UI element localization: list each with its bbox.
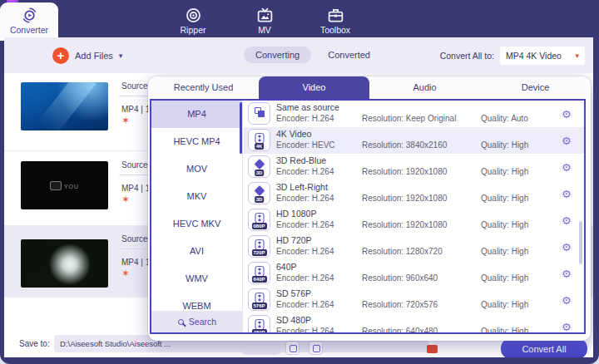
main-area: SourceMP4 | 1✶YOUSourceMP4 | 1✶SourceMP4…: [4, 73, 593, 357]
red-badge-icon: [427, 345, 438, 353]
popup-tabs: Recently UsedVideoAudioDevice: [148, 76, 591, 99]
preset-title: SD 576P: [276, 288, 311, 298]
hidden-toolbar-pill: [240, 342, 282, 355]
nav-tab-converter[interactable]: Converter: [0, 2, 58, 41]
preset-resolution: Resolution: 640x480: [362, 327, 438, 332]
preset-encoder: Encoder: HEVC: [276, 140, 335, 150]
app-window: ConverterRipperMVToolbox + Add Files ▾ C…: [0, 0, 599, 364]
popup-tab-video[interactable]: Video: [259, 76, 369, 99]
format-search-button[interactable]: Search: [151, 311, 243, 332]
preset-type-icon: 720P: [248, 235, 270, 258]
nav-tab-label: Toolbox: [306, 25, 364, 35]
preset-badge: 3D: [255, 170, 265, 176]
format-item-mov[interactable]: MOV: [151, 155, 242, 183]
preset-type-icon: [248, 102, 270, 125]
gear-icon[interactable]: ⚙: [562, 135, 572, 146]
preset-row-sd-480p[interactable]: 480PSD 480PEncoder: H.264Resolution: 640…: [244, 313, 584, 332]
preset-row-hd-720p[interactable]: 720PHD 720PEncoder: H.264Resolution: 128…: [244, 234, 584, 260]
preset-quality: Quality: High: [481, 194, 528, 203]
preset-quality: Quality: High: [481, 167, 528, 176]
gear-icon[interactable]: ⚙: [562, 242, 572, 253]
preset-encoder: Encoder: H.264: [276, 273, 334, 283]
popup-tab-recently-used[interactable]: Recently Used: [148, 76, 259, 99]
preset-row-hd-1080p[interactable]: 080PHD 1080PEncoder: H.264Resolution: 19…: [244, 207, 584, 234]
format-item-mp4[interactable]: MP4: [151, 101, 242, 128]
preset-type-icon: 4K: [248, 129, 270, 151]
preset-badge: 3D: [255, 196, 265, 203]
top-navigation-bar: ConverterRipperMVToolbox: [0, 0, 599, 37]
file-format-label: MP4 | 1: [121, 258, 150, 267]
preset-title: 3D Left-Right: [276, 182, 328, 192]
preset-encoder: Encoder: H.264: [276, 327, 334, 332]
gear-icon[interactable]: ⚙: [562, 215, 572, 226]
preset-list: Same as sourceEncoder: H.264Resolution: …: [244, 101, 584, 332]
format-item-wmv[interactable]: WMV: [151, 265, 242, 293]
file-format-label: MP4 | 1: [121, 105, 150, 114]
format-item-avi[interactable]: AVI: [151, 238, 242, 265]
save-to-label: Save to:: [19, 339, 50, 348]
preset-title: 3D Red-Blue: [276, 155, 326, 165]
format-item-mkv[interactable]: MKV: [151, 183, 242, 210]
preset-row-3d-left-right[interactable]: 3D3D Left-RightEncoder: H.264Resolution:…: [244, 180, 584, 207]
preset-encoder: Encoder: H.264: [276, 194, 334, 203]
magic-wand-icon[interactable]: ✶: [121, 268, 130, 279]
preset-resolution: Resolution: 960x640: [362, 273, 438, 283]
tab-converting[interactable]: Converting: [244, 47, 311, 63]
popup-body: MP4HEVC MP4MOVMKVHEVC MKVAVIWMVWEBMSearc…: [150, 99, 586, 334]
convert-all-to-dropdown[interactable]: MP4 4K Video ▾: [500, 47, 585, 65]
preset-badge: 080P: [251, 223, 266, 229]
preset-encoder: Encoder: H.264: [276, 167, 334, 176]
file-source-label: Source: [121, 81, 148, 91]
preset-row-4k-video[interactable]: 4K4K VideoEncoder: HEVCResolution: 3840x…: [244, 127, 584, 154]
preset-row-640p[interactable]: 640P640PEncoder: H.264Resolution: 960x64…: [244, 260, 584, 287]
nav-tab-ripper[interactable]: Ripper: [164, 2, 222, 40]
hidden-toolbar-button[interactable]: [309, 341, 323, 355]
gear-icon[interactable]: ⚙: [562, 295, 572, 306]
preset-badge: 4K: [255, 143, 265, 150]
preset-quality: Quality: High: [481, 220, 528, 229]
preset-resolution: Resolution: 1920x1080: [362, 194, 447, 203]
nav-tab-mv[interactable]: MV: [235, 2, 294, 40]
preset-encoder: Encoder: H.264: [276, 220, 334, 229]
format-item-hevc-mkv[interactable]: HEVC MKV: [151, 210, 242, 238]
preset-type-icon: 480P: [248, 315, 270, 332]
popup-tab-device[interactable]: Device: [480, 76, 591, 99]
preset-title: HD 1080P: [276, 209, 316, 219]
convert-all-to-group: Convert All to: MP4 4K Video ▾: [440, 47, 585, 65]
preset-encoder: Encoder: H.264: [276, 114, 334, 123]
gear-icon[interactable]: ⚙: [562, 322, 572, 332]
hidden-toolbar-button[interactable]: [285, 341, 300, 355]
preset-encoder: Encoder: H.264: [276, 247, 334, 256]
preset-row-3d-red-blue[interactable]: 3D3D Red-BlueEncoder: H.264Resolution: 1…: [244, 154, 584, 180]
file-format-label: MP4 | 1: [121, 184, 150, 193]
convert-all-button[interactable]: Convert All: [501, 338, 587, 357]
preset-badge: 640P: [251, 276, 266, 283]
preset-type-icon: 080P: [248, 209, 270, 231]
file-source-label: Source: [121, 234, 148, 243]
preset-title: HD 720P: [276, 235, 312, 245]
cube-glyph-icon: [254, 185, 265, 196]
ripper-icon: [164, 2, 222, 22]
converter-icon: [0, 2, 58, 22]
preset-title: 640P: [276, 262, 297, 272]
gear-icon[interactable]: ⚙: [562, 268, 572, 279]
magic-wand-icon[interactable]: ✶: [121, 115, 130, 126]
popup-tab-audio[interactable]: Audio: [369, 76, 480, 99]
convert-all-to-label: Convert All to:: [440, 51, 494, 61]
gear-icon[interactable]: ⚙: [562, 189, 572, 199]
gear-icon[interactable]: ⚙: [562, 162, 572, 173]
copy-glyph-icon: [255, 107, 261, 114]
magic-wand-icon[interactable]: ✶: [121, 194, 130, 205]
format-item-hevc-mp4[interactable]: HEVC MP4: [151, 128, 242, 155]
tab-converted[interactable]: Converted: [326, 47, 372, 63]
preset-row-same-as-source[interactable]: Same as sourceEncoder: H.264Resolution: …: [244, 101, 584, 127]
preset-resolution: Resolution: 3840x2160: [362, 140, 447, 150]
gear-icon[interactable]: ⚙: [562, 109, 572, 120]
nav-tab-toolbox[interactable]: Toolbox: [306, 2, 364, 40]
add-files-button[interactable]: + Add Files ▾: [52, 46, 122, 66]
preset-type-icon: 640P: [248, 262, 270, 284]
preset-title: Same as source: [276, 102, 339, 112]
add-icon: +: [52, 47, 69, 64]
preset-quality: Quality: High: [481, 300, 528, 309]
preset-row-sd-576p[interactable]: 576PSD 576PEncoder: H.264Resolution: 720…: [244, 287, 584, 313]
